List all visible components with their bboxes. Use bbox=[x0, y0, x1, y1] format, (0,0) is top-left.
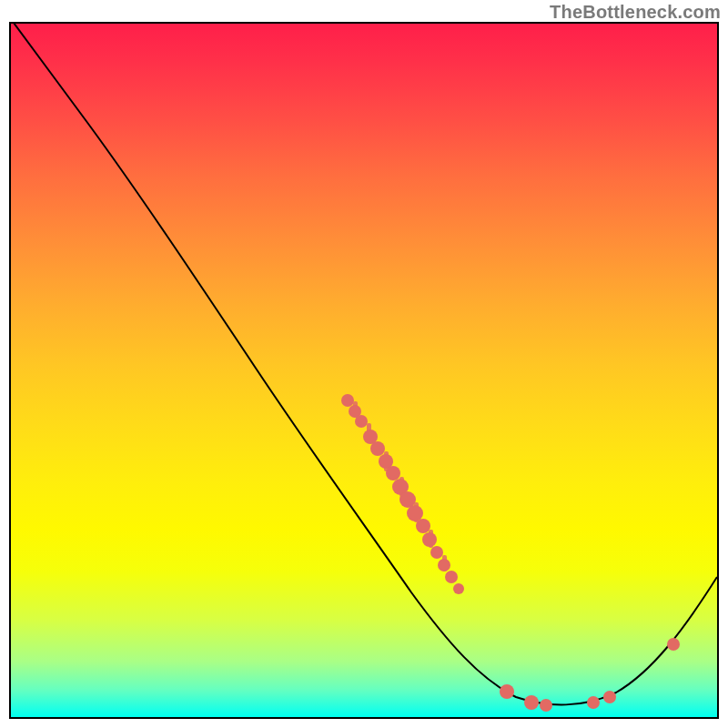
plot-svg bbox=[11, 24, 717, 717]
svg-point-18 bbox=[430, 546, 443, 559]
svg-point-25 bbox=[540, 699, 552, 712]
svg-point-21 bbox=[445, 571, 458, 583]
svg-point-14 bbox=[407, 505, 423, 521]
svg-point-9 bbox=[386, 466, 400, 480]
chart-container: TheBottleneck.com bbox=[0, 0, 728, 728]
curve-line bbox=[11, 24, 717, 704]
svg-point-15 bbox=[416, 519, 430, 533]
svg-point-6 bbox=[370, 441, 385, 456]
marker-cluster-descending bbox=[341, 394, 464, 594]
watermark-text: TheBottleneck.com bbox=[550, 2, 721, 23]
svg-point-20 bbox=[438, 559, 450, 571]
marker-cluster-rising bbox=[667, 638, 680, 651]
svg-point-27 bbox=[603, 691, 616, 703]
svg-point-17 bbox=[422, 532, 437, 547]
plot-frame bbox=[9, 22, 719, 719]
svg-point-23 bbox=[500, 684, 514, 699]
svg-point-0 bbox=[341, 394, 354, 407]
svg-point-26 bbox=[587, 696, 600, 709]
svg-point-28 bbox=[667, 638, 680, 651]
svg-point-3 bbox=[355, 415, 368, 428]
svg-point-22 bbox=[453, 583, 464, 594]
svg-point-24 bbox=[524, 695, 539, 710]
